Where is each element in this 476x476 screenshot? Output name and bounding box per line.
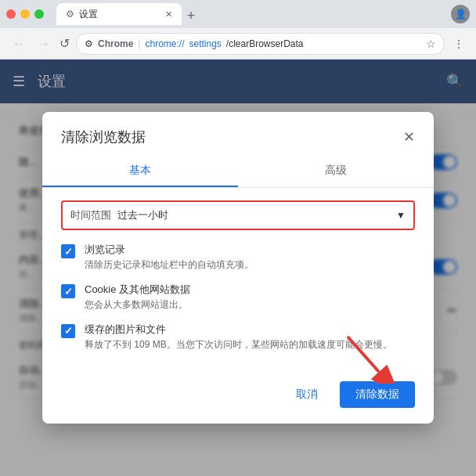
active-tab[interactable]: ⚙ 设置 ✕ [56, 3, 182, 25]
checkbox-cookies-desc: 您会从大多数网站退出。 [85, 298, 415, 312]
time-range-value: 过去一小时 [117, 208, 390, 222]
tab-label: 设置 [79, 8, 98, 21]
dialog-footer: 取消 清除数据 [42, 372, 434, 424]
bookmark-star-icon[interactable]: ☆ [426, 38, 436, 50]
checkbox-browsing-history-text: 浏览记录 清除历史记录和地址栏中的自动填充项。 [85, 243, 415, 272]
checkmark-icon-2: ✓ [64, 286, 73, 298]
tab-settings-icon: ⚙ [66, 9, 74, 20]
profile-icon[interactable]: 👤 [451, 5, 470, 23]
dialog-title: 清除浏览数据 [61, 128, 146, 146]
address-bar: ← → ↺ ⚙ Chrome | chrome://settings/clear… [0, 28, 476, 60]
tab-basic[interactable]: 基本 [42, 156, 238, 187]
time-range-label: 时间范围 [70, 208, 111, 222]
url-settings-path: chrome:// [145, 38, 184, 49]
page-background: ☰ 设置 🔍 将使用浏览器诊断信息来帮助谷歌搜索提升性能 Google 随...… [0, 60, 476, 476]
time-range-dropdown[interactable]: 时间范围 过去一小时 ▼ [61, 200, 415, 230]
checkbox-browsing-history-label: 浏览记录 [85, 243, 415, 257]
title-bar: ⚙ 设置 ✕ + 👤 [0, 0, 476, 28]
checkbox-cache-input[interactable]: ✓ [61, 324, 75, 338]
clear-browser-data-dialog: 清除浏览数据 ✕ 基本 高级 时间范围 过去一小时 ▼ ✓ [42, 112, 434, 423]
svg-line-1 [348, 337, 379, 372]
dialog-overlay: 清除浏览数据 ✕ 基本 高级 时间范围 过去一小时 ▼ ✓ [0, 60, 476, 476]
tab-advanced[interactable]: 高级 [238, 156, 434, 187]
checkbox-cookies-text: Cookie 及其他网站数据 您会从大多数网站退出。 [85, 283, 415, 312]
traffic-lights [6, 9, 44, 19]
url-chrome-label: Chrome [98, 38, 133, 49]
extension-icons: ⋮ [451, 36, 467, 52]
checkmark-icon-3: ✓ [64, 325, 73, 337]
url-settings-word: settings [189, 38, 221, 49]
window-controls: 👤 [451, 5, 470, 23]
checkbox-browsing-history: ✓ 浏览记录 清除历史记录和地址栏中的自动填充项。 [61, 243, 415, 272]
forward-button[interactable]: → [34, 34, 53, 54]
checkbox-browsing-history-desc: 清除历史记录和地址栏中的自动填充项。 [85, 258, 415, 272]
url-separator: | [138, 38, 140, 49]
url-input[interactable]: ⚙ Chrome | chrome://settings/clearBrowse… [76, 33, 445, 55]
tab-area: ⚙ 设置 ✕ + [56, 3, 445, 25]
refresh-button[interactable]: ↺ [60, 36, 70, 51]
extension-icon[interactable]: ⋮ [451, 36, 467, 52]
url-clear-path: /clearBrowserData [226, 38, 304, 49]
dialog-tabs: 基本 高级 [42, 156, 434, 188]
checkbox-cookies-label: Cookie 及其他网站数据 [85, 283, 415, 297]
dialog-close-button[interactable]: ✕ [403, 128, 415, 146]
new-tab-button[interactable]: + [182, 6, 200, 25]
cancel-button[interactable]: 取消 [283, 381, 330, 408]
maximize-window-button[interactable] [34, 9, 44, 19]
minimize-window-button[interactable] [20, 9, 30, 19]
dialog-header: 清除浏览数据 ✕ [42, 112, 434, 146]
checkbox-browsing-history-input[interactable]: ✓ [61, 244, 75, 258]
arrow-indicator [332, 329, 395, 384]
back-button[interactable]: ← [9, 34, 28, 54]
dropdown-arrow-icon: ▼ [396, 210, 406, 221]
clear-data-button[interactable]: 清除数据 [340, 381, 415, 408]
url-gear-icon: ⚙ [85, 38, 93, 49]
tab-close-button[interactable]: ✕ [165, 9, 172, 20]
checkbox-cookies: ✓ Cookie 及其他网站数据 您会从大多数网站退出。 [61, 283, 415, 312]
checkbox-cookies-input[interactable]: ✓ [61, 284, 75, 298]
checkmark-icon: ✓ [64, 246, 73, 258]
close-window-button[interactable] [6, 9, 16, 19]
